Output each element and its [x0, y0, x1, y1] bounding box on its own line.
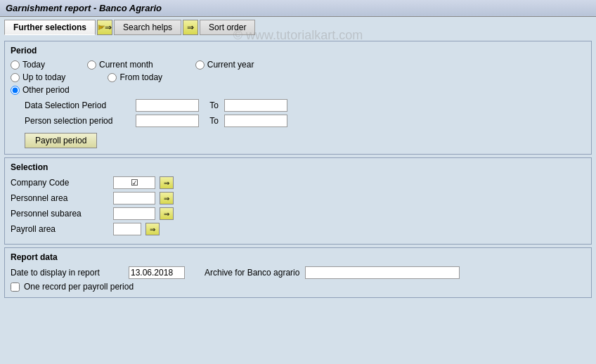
company-code-input[interactable]: ☑: [113, 176, 155, 189]
radio-today[interactable]: Today: [11, 60, 45, 70]
one-record-row: One record per payroll period: [11, 282, 585, 292]
tab-search-helps[interactable]: Search helps: [114, 20, 181, 35]
period-title: Period: [11, 46, 585, 56]
radio-other-period[interactable]: Other period: [11, 85, 70, 95]
payroll-period-button[interactable]: Payroll period: [25, 133, 97, 148]
to-label-1: To: [205, 100, 219, 110]
radio-other-period-label: Other period: [22, 85, 70, 95]
radio-up-to-today-label: Up to today: [22, 72, 65, 82]
radio-today-label: Today: [22, 60, 45, 70]
arrow-icon-1: ⇒: [97, 20, 112, 35]
archive-input[interactable]: [305, 266, 460, 279]
report-data-title: Report data: [11, 252, 585, 262]
radio-from-today-input[interactable]: [108, 73, 117, 82]
one-record-label: One record per payroll period: [24, 282, 134, 292]
person-selection-to-input[interactable]: [224, 115, 287, 127]
period-row-2: Up to today From today: [11, 72, 585, 82]
date-report-label: Date to display in report: [11, 268, 123, 278]
data-selection-to-input[interactable]: [224, 99, 287, 112]
radio-from-today-label: From today: [119, 72, 162, 82]
radio-today-input[interactable]: [11, 60, 20, 70]
radio-current-month-input[interactable]: [87, 60, 96, 70]
radio-from-today[interactable]: From today: [108, 72, 162, 82]
data-selection-row: Data Selection Period To: [25, 99, 585, 112]
data-selection-from-input[interactable]: [136, 99, 199, 112]
window-title: Garnishment report - Banco Agrario: [0, 0, 596, 17]
radio-up-to-today[interactable]: Up to today: [11, 72, 65, 82]
radio-current-year[interactable]: Current year: [195, 60, 254, 70]
personnel-area-input[interactable]: [113, 192, 155, 204]
personnel-subarea-label: Personnel subarea: [11, 209, 109, 219]
one-record-checkbox[interactable]: [11, 282, 20, 292]
title-bar: Garnishment report - Banco Agrario: [0, 0, 596, 17]
payroll-area-input[interactable]: [113, 223, 141, 235]
personnel-subarea-input[interactable]: [113, 207, 155, 220]
report-data-section: Report data Date to display in report Ar…: [4, 247, 592, 298]
date-report-row: Date to display in report Archive for Ba…: [11, 266, 585, 279]
person-selection-from-input[interactable]: [136, 115, 199, 127]
arrow-icon-2: ⇒: [183, 20, 198, 35]
tab-further-selections[interactable]: Further selections: [4, 20, 96, 35]
to-label-2: To: [205, 116, 219, 126]
svg-marker-1: [98, 25, 103, 30]
main-content: Period Today Current month Current year …: [0, 38, 596, 301]
toolbar: Further selections ⇒ Search helps ⇒ Sort…: [0, 17, 596, 38]
period-row-3: Other period: [11, 85, 585, 95]
radio-current-month[interactable]: Current month: [87, 60, 153, 70]
company-code-label: Company Code: [11, 178, 109, 188]
personnel-area-row: Personnel area ⇒: [11, 192, 585, 204]
selection-title: Selection: [11, 162, 585, 172]
personnel-subarea-row: Personnel subarea ⇒: [11, 207, 585, 220]
data-selection-label: Data Selection Period: [25, 100, 130, 110]
period-fields: Data Selection Period To Person selectio…: [11, 99, 585, 148]
radio-current-year-input[interactable]: [195, 60, 205, 70]
period-row-1: Today Current month Current year: [11, 60, 585, 70]
selection-section: Selection Company Code ☑ ⇒ Personnel are…: [4, 157, 592, 245]
period-section: Period Today Current month Current year …: [4, 41, 592, 155]
company-code-arrow[interactable]: ⇒: [160, 176, 174, 189]
radio-current-month-label: Current month: [99, 60, 153, 70]
personnel-subarea-arrow[interactable]: ⇒: [160, 207, 174, 220]
payroll-area-arrow[interactable]: ⇒: [145, 223, 160, 235]
person-selection-row: Person selection period To: [25, 115, 585, 127]
tab-sort-order[interactable]: Sort order: [200, 20, 255, 35]
date-report-input[interactable]: [129, 266, 185, 279]
person-selection-label: Person selection period: [25, 116, 130, 126]
personnel-area-arrow[interactable]: ⇒: [160, 192, 174, 204]
archive-label: Archive for Banco agrario: [205, 268, 299, 278]
radio-up-to-today-input[interactable]: [11, 73, 20, 82]
payroll-area-row: Payroll area ⇒: [11, 223, 585, 235]
company-code-row: Company Code ☑ ⇒: [11, 176, 585, 189]
radio-current-year-label: Current year: [207, 60, 254, 70]
personnel-area-label: Personnel area: [11, 193, 109, 203]
radio-other-period-input[interactable]: [11, 86, 20, 95]
payroll-area-label: Payroll area: [11, 224, 109, 234]
